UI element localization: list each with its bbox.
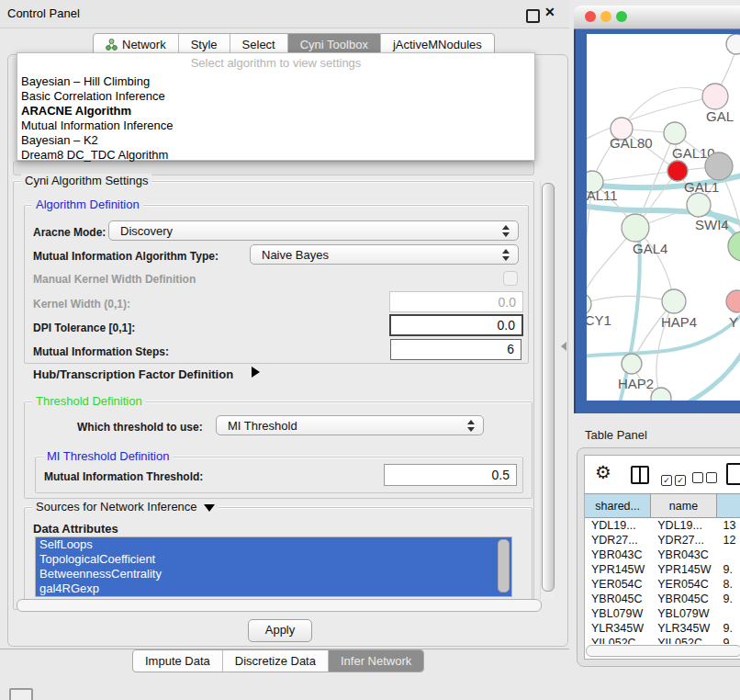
algorithm-option-bayesian-hill-climbing[interactable]: Bayesian – Hill Climbing [21,74,531,89]
float-window-icon[interactable] [526,9,540,23]
mi-type-select[interactable]: Naive Bayes [250,244,519,265]
mi-steps-input[interactable]: 6 [390,339,521,360]
bottom-tabbar: Impute DataDiscretize DataInfer Network [132,649,424,672]
tab-impute-data[interactable]: Impute Data [133,650,223,672]
horizontal-scrollbar[interactable] [17,599,542,612]
table-row[interactable]: YBR045CYBR045C9. [585,592,740,606]
network-edge [592,171,678,182]
attribute-item-betweennesscentrality[interactable]: BetweennessCentrality [36,567,511,581]
node-label-gcy1: GCY1 [587,312,611,328]
node-label-hap4: HAP4 [661,314,697,330]
settings-scrollbar-thumb[interactable] [542,183,555,592]
dpi-tolerance-input[interactable]: 0.0 [389,314,523,336]
table-cell: 9. [717,562,740,577]
mi-type-label: Mutual Information Algorithm Type: [33,250,219,263]
table-cell [717,606,740,621]
close-traffic-light-icon[interactable] [585,11,596,22]
table-row[interactable]: YDL19...YDL19...13 [585,518,740,533]
attribute-item-topologicalcoefficient[interactable]: TopologicalCoefficient [36,552,511,567]
minimized-panel-icon[interactable] [9,688,33,700]
node-hap2[interactable] [622,354,642,374]
network-view-window[interactable]: GALGAL80GAL10GAL11SWI4GAL4GAL1GCY1HAP4YH… [574,6,740,413]
table-cell: 12 [717,533,740,548]
columns-icon[interactable] [631,466,649,484]
deselect-all-checkboxes-icon[interactable] [692,470,720,487]
node-gray[interactable] [705,152,733,180]
table-row[interactable]: YLR345WYLR345W9. [585,621,740,636]
zoom-traffic-light-icon[interactable] [616,11,627,22]
algorithm-option-bayesian-k2[interactable]: Bayesian – K2 [21,133,531,148]
spinner-arrows-icon [502,225,509,237]
aracne-mode-select[interactable]: Discovery [108,220,519,241]
mi-threshold-definition-title: MI Threshold Definition [43,449,173,463]
table-cell: 9. [717,621,740,636]
settings-scrollbar-track[interactable] [540,181,555,599]
network-window-frame: GALGAL80GAL10GAL11SWI4GAL4GAL1GCY1HAP4YH… [574,29,740,413]
table-horizontal-scrollbar[interactable] [586,645,740,657]
network-graph[interactable]: GALGAL80GAL10GAL11SWI4GAL4GAL1GCY1HAP4YH… [587,34,740,401]
network-canvas[interactable]: GALGAL80GAL10GAL11SWI4GAL4GAL1GCY1HAP4YH… [587,34,740,401]
algorithm-option-aracne-algorithm[interactable]: ARACNE Algorithm [21,104,531,119]
which-threshold-value: MI Threshold [228,419,297,433]
splitter-arrow-icon[interactable] [561,342,566,351]
cyni-algorithm-settings-title: Cyni Algorithm Settings [21,174,151,187]
node-green-right[interactable] [728,231,740,261]
node-hap4[interactable] [662,289,686,313]
node-red[interactable] [667,161,688,181]
aracne-mode-label: Aracne Mode: [33,226,106,239]
close-icon[interactable]: ✕ [544,5,555,19]
mi-steps-label: Mutual Information Steps: [33,345,169,358]
mi-threshold-input[interactable]: 0.5 [384,464,517,486]
expand-down-icon[interactable] [204,504,215,512]
node-gal4[interactable] [622,214,649,242]
attribute-item-gal4rgexp[interactable]: gal4RGexp [36,581,511,596]
manual-kernel-checkbox[interactable] [503,271,518,286]
hub-definition-toggle[interactable]: Hub/Transcription Factor Definition [33,367,233,381]
column-header-name[interactable]: name [651,494,716,518]
network-window-titlebar [574,6,740,29]
table-cell: YER054C [651,577,716,592]
algorithm-option-dream8-dc-tdc-algorithm[interactable]: Dream8 DC_TDC Algorithm [21,148,531,163]
select-all-checkboxes-icon[interactable]: ✓✓ [661,470,689,487]
kernel-width-label: Kernel Width (0,1): [33,298,130,310]
node-partial-bottom[interactable] [651,388,671,401]
table-row[interactable]: YBL079WYBL079W [585,606,740,621]
node-gal10[interactable] [664,122,686,144]
tab-label: Infer Network [341,650,411,672]
table-cell: YLR345W [585,621,651,636]
data-attributes-list[interactable]: SelfLoopsTopologicalCoefficientBetweenne… [35,536,512,597]
node-swi4[interactable] [687,193,711,217]
new-table-icon[interactable] [726,463,740,485]
table-row[interactable]: YDR27...YDR27...12 [585,533,740,548]
app-root: Control Panel ✕ NetworkStyleSelectCyni T… [0,0,740,700]
table-row[interactable]: YER054CYER054C8. [585,577,740,592]
table-cell: YPR145W [651,562,716,577]
table-row[interactable]: YBR043CYBR043C [585,548,740,562]
tab-discretize-data[interactable]: Discretize Data [223,650,329,672]
data-attributes-label: Data Attributes [33,522,118,536]
column-header-shared[interactable]: shared... [585,494,651,518]
table-row[interactable]: YPR145WYPR145W9. [585,562,740,577]
which-threshold-select[interactable]: MI Threshold [216,415,484,435]
attribute-item-selfloops[interactable]: SelfLoops [36,537,511,552]
table-cell: YBR043C [651,548,716,562]
node-partial-top[interactable] [726,34,740,54]
expand-right-icon[interactable] [252,367,260,378]
apply-button[interactable]: Apply [248,619,312,642]
list-scrollbar[interactable] [498,539,510,593]
algorithm-dropdown[interactable]: Select algorithm to view settings Bayesi… [17,52,535,161]
algorithm-option-basic-correlation-inference[interactable]: Basic Correlation Inference [21,89,531,104]
node-gal-partial[interactable] [702,84,728,109]
minimize-traffic-light-icon[interactable] [600,11,611,22]
table-header-row: shared...name [585,493,740,518]
node-label-gal11: GAL11 [587,187,618,203]
sources-title[interactable]: Sources for Network Inference [32,500,219,514]
gear-icon[interactable]: ⚙ [595,463,611,481]
algorithm-option-mutual-information-inference[interactable]: Mutual Information Inference [21,119,531,133]
kernel-width-input[interactable]: 0.0 [389,291,523,312]
table-cell: 9 [717,636,740,644]
tab-infer-network[interactable]: Infer Network [329,650,423,672]
column-header-2[interactable] [717,494,740,518]
node-salmon[interactable] [726,290,740,312]
table-row[interactable]: YIL052CYIL052C9 [585,636,740,644]
